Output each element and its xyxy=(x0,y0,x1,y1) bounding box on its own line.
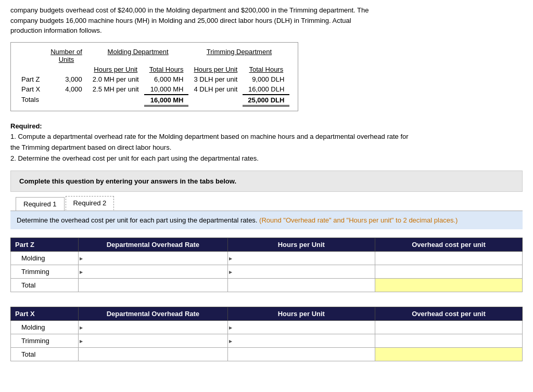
part-x-trimming-rate-input[interactable] xyxy=(82,337,224,345)
part-x-total-cost-input[interactable] xyxy=(378,350,519,358)
col-header-trimming-total: Total Hours xyxy=(243,64,289,74)
part-z-total-cost-cell[interactable] xyxy=(375,279,522,292)
part-x-total-cost-cell[interactable] xyxy=(375,348,522,361)
part-z-total-hpu-input[interactable] xyxy=(231,281,372,289)
part-x-trimming-hpu-input[interactable] xyxy=(231,337,372,345)
part-z-molding-hpu-cell[interactable] xyxy=(227,252,375,265)
col-header-dept-rate-x: Departmental Overhead Rate xyxy=(79,307,228,321)
col-header-molding-total: Total Hours xyxy=(144,64,189,74)
part-x-total-hpu-cell[interactable] xyxy=(227,348,375,361)
part-x-total-hpu-input[interactable] xyxy=(231,350,372,358)
col-header-hpu-x: Hours per Unit xyxy=(227,307,375,321)
part-x-total-rate-cell[interactable] xyxy=(79,348,228,361)
part-z-trimming-cost-input[interactable] xyxy=(378,268,519,276)
required-item-2: 2. Determine the overhead cost per unit … xyxy=(10,153,523,164)
required-item-1-cont: the Trimming department based on direct … xyxy=(10,142,523,153)
required-item-1: 1. Compute a departmental overhead rate … xyxy=(10,132,523,142)
part-z-molding-row: Molding xyxy=(11,252,523,265)
part-z-trimming-hpu-cell[interactable] xyxy=(227,265,375,279)
part-x-section: Part X Departmental Overhead Rate Hours … xyxy=(10,307,523,361)
part-z-section: Part Z Departmental Overhead Rate Hours … xyxy=(10,238,523,292)
part-z-molding-rate-cell[interactable] xyxy=(79,252,228,265)
part-x-table: Part X Departmental Overhead Rate Hours … xyxy=(10,307,523,361)
complete-question-box: Complete this question by entering your … xyxy=(10,171,523,192)
part-z-molding-rate-input[interactable] xyxy=(82,254,224,262)
part-z-molding-label: Molding xyxy=(11,252,79,265)
col-header-trimming: Trimming Department xyxy=(188,47,289,64)
part-z-molding-cost-cell[interactable] xyxy=(375,252,522,265)
part-x-total-rate-input[interactable] xyxy=(82,350,224,358)
part-z-total-hpu-cell[interactable] xyxy=(227,279,375,292)
part-x-molding-cost-input[interactable] xyxy=(378,323,519,331)
part-x-molding-row: Molding xyxy=(11,321,523,334)
part-x-trimming-cost-cell[interactable] xyxy=(375,334,522,348)
part-z-trimming-hpu-input[interactable] xyxy=(231,268,372,276)
part-x-molding-cost-cell[interactable] xyxy=(375,321,522,334)
part-z-molding-hpu-input[interactable] xyxy=(231,254,372,262)
col-header-dept-rate-z: Departmental Overhead Rate xyxy=(79,238,228,252)
part-x-trimming-rate-cell[interactable] xyxy=(79,334,228,348)
part-x-total-row: Total xyxy=(11,348,523,361)
part-z-total-rate-input[interactable] xyxy=(82,281,224,289)
col-header-units: Number ofUnits xyxy=(45,47,87,64)
part-x-molding-label: Molding xyxy=(11,321,79,334)
part-z-table: Part Z Departmental Overhead Rate Hours … xyxy=(10,238,523,292)
part-z-total-rate-cell[interactable] xyxy=(79,279,228,292)
part-z-trimming-rate-cell[interactable] xyxy=(79,265,228,279)
part-x-molding-hpu-cell[interactable] xyxy=(227,321,375,334)
part-x-trimming-hpu-cell[interactable] xyxy=(227,334,375,348)
tab-required-2[interactable]: Required 2 xyxy=(66,196,115,211)
part-x-trimming-cost-input[interactable] xyxy=(378,337,519,345)
part-x-trimming-label: Trimming xyxy=(11,334,79,348)
production-table-wrapper: Number ofUnits Molding Department Trimmi… xyxy=(10,42,298,111)
part-z-total-cost-input[interactable] xyxy=(378,281,519,289)
col-header-trimming-hpu: Hours per Unit xyxy=(188,64,243,74)
col-header-molding: Molding Department xyxy=(87,47,189,64)
part-z-molding-cost-input[interactable] xyxy=(378,254,519,262)
table-row: Part Z 3,000 2.0 MH per unit 6,000 MH 3 … xyxy=(19,74,289,84)
intro-text: company budgets overhead cost of $240,00… xyxy=(10,5,523,36)
totals-row: Totals 16,000 MH 25,000 DLH xyxy=(19,95,289,106)
part-z-total-row: Total xyxy=(11,279,523,292)
tabs-container: Required 1 Required 2 xyxy=(10,192,523,211)
part-z-trimming-rate-input[interactable] xyxy=(82,268,224,276)
col-header-overhead-cost-z: Overhead cost per unit xyxy=(375,238,522,252)
part-x-trimming-row: Trimming xyxy=(11,334,523,348)
part-x-header: Part X xyxy=(11,307,79,321)
col-header-molding-hpu: Hours per Unit xyxy=(87,64,144,74)
col-header-overhead-cost-x: Overhead cost per unit xyxy=(375,307,522,321)
part-x-molding-hpu-input[interactable] xyxy=(231,323,372,331)
part-x-total-label: Total xyxy=(11,348,79,361)
required-section: Required: 1. Compute a departmental over… xyxy=(10,121,523,164)
part-z-trimming-cost-cell[interactable] xyxy=(375,265,522,279)
part-z-header: Part Z xyxy=(11,238,79,252)
col-header-hpu-z: Hours per Unit xyxy=(227,238,375,252)
table-row: Part X 4,000 2.5 MH per unit 10,000 MH 4… xyxy=(19,84,289,95)
part-z-total-label: Total xyxy=(11,279,79,292)
tab-required-1[interactable]: Required 1 xyxy=(16,197,65,211)
part-x-molding-rate-input[interactable] xyxy=(82,323,224,331)
instruction-box: Determine the overhead cost per unit for… xyxy=(10,211,523,230)
part-z-trimming-row: Trimming xyxy=(11,265,523,279)
production-table: Number ofUnits Molding Department Trimmi… xyxy=(19,47,289,107)
part-z-trimming-label: Trimming xyxy=(11,265,79,279)
required-label: Required: xyxy=(10,122,42,130)
part-x-molding-rate-cell[interactable] xyxy=(79,321,228,334)
